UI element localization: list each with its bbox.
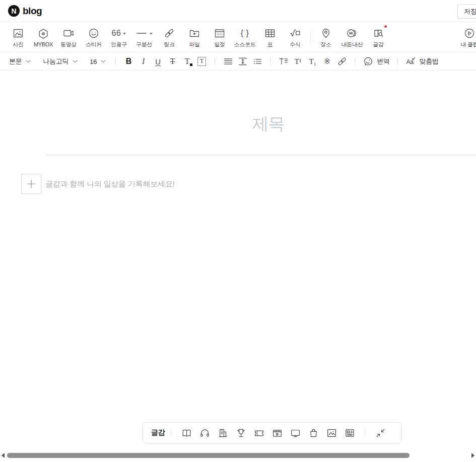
topic-trophy-button[interactable] xyxy=(232,425,250,440)
trophy-icon xyxy=(235,427,247,439)
format-divider xyxy=(355,58,355,65)
movie-icon xyxy=(271,427,283,439)
font-family-select[interactable]: 나눔고딕 xyxy=(43,57,78,66)
company-icon xyxy=(217,427,229,439)
translate-button[interactable]: 번역 xyxy=(361,56,391,67)
topic-company-button[interactable] xyxy=(214,425,232,440)
insert-toolbar: 사진MYBOX동영상스티커66인용구구분선링크파일일정{ }소스코드표수식장소내… xyxy=(0,23,476,52)
bold-button[interactable]: B xyxy=(121,54,136,69)
insert-mybox-button[interactable]: MYBOX xyxy=(31,27,56,47)
scrollbar-right-arrow[interactable] xyxy=(471,453,474,458)
superscript-button[interactable]: T¹ xyxy=(291,54,305,69)
topic-bar-label[interactable]: 글감 xyxy=(151,428,165,437)
strikethrough-button[interactable]: T xyxy=(165,54,180,69)
collapse-icon xyxy=(375,427,386,439)
subscript-button[interactable]: T₁ xyxy=(305,54,320,69)
line-height-button[interactable] xyxy=(235,54,250,69)
format-divider xyxy=(115,58,116,65)
insert-photo-button[interactable]: 사진 xyxy=(6,27,31,48)
spellcheck-icon xyxy=(405,56,417,67)
photo-icon xyxy=(12,27,24,39)
italic-button[interactable]: I xyxy=(136,54,151,69)
mymoney-icon xyxy=(346,27,358,39)
insert-video-button[interactable]: 동영상 xyxy=(56,27,81,48)
link-button[interactable] xyxy=(334,54,349,69)
insert-formula-button[interactable]: 수식 xyxy=(283,27,308,48)
table-icon xyxy=(264,27,276,39)
italic-icon: I xyxy=(142,57,145,65)
image-icon xyxy=(326,427,337,439)
file-icon xyxy=(188,27,200,39)
sticker-icon xyxy=(88,27,100,39)
translate-icon xyxy=(363,56,374,67)
blog-logo-text[interactable]: blog xyxy=(23,6,42,17)
ticket-icon xyxy=(253,427,265,439)
topic-movie-button[interactable] xyxy=(268,425,286,440)
align-button[interactable] xyxy=(221,54,235,69)
topic-bar-divider xyxy=(171,429,171,437)
insert-topic-button[interactable]: 글감 xyxy=(366,27,391,48)
insert-file-button[interactable]: 파일 xyxy=(182,27,207,48)
title-area[interactable]: 제목 xyxy=(45,113,476,136)
strikethrough-icon: T xyxy=(170,57,175,65)
schedule-icon xyxy=(214,27,226,39)
list-button[interactable] xyxy=(250,54,264,69)
insert-quote-button[interactable]: 66인용구 xyxy=(106,27,131,48)
topic-shopping-button[interactable] xyxy=(304,425,322,440)
chevron-down-icon xyxy=(26,60,31,63)
music-icon xyxy=(199,427,211,439)
new-badge xyxy=(384,25,387,28)
topic-ticket-button[interactable] xyxy=(250,425,268,440)
add-content-button[interactable] xyxy=(21,174,41,194)
top-header: N blog 저장 xyxy=(0,0,476,22)
format-toolbar: 본문나눔고딕16BIUTTTT¹T₁※번역맞춤법 xyxy=(0,53,476,71)
hr-icon xyxy=(135,27,148,39)
topic-icon xyxy=(372,27,384,39)
naver-logo-icon[interactable]: N xyxy=(8,5,20,17)
plus-icon xyxy=(27,179,36,188)
topic-book-button[interactable] xyxy=(177,425,195,440)
insert-place-button[interactable]: 장소 xyxy=(313,27,338,48)
body-placeholder[interactable]: 글감과 함께 나의 일상을 기록해보세요! xyxy=(45,179,175,189)
font-size-select[interactable]: 16 xyxy=(90,58,106,65)
topic-music-button[interactable] xyxy=(195,425,214,440)
topic-bar-divider xyxy=(365,429,365,437)
spellcheck-button[interactable]: 맞춤법 xyxy=(403,56,441,67)
chevron-down-icon xyxy=(101,60,106,63)
save-button-label: 저장 xyxy=(464,7,476,16)
chevron-down-icon xyxy=(73,60,78,63)
insert-schedule-button[interactable]: 일정 xyxy=(207,27,232,48)
topic-image-button[interactable] xyxy=(322,425,341,440)
topic-news-button[interactable] xyxy=(341,425,359,440)
paragraph-spacing-button[interactable] xyxy=(276,54,291,69)
scrollbar-thumb[interactable] xyxy=(7,453,410,458)
align-icon xyxy=(223,56,234,67)
subscript-icon: T₁ xyxy=(309,58,316,65)
insert-sticker-button[interactable]: 스티커 xyxy=(81,27,106,48)
special-char-icon: ※ xyxy=(324,58,330,65)
save-button[interactable]: 저장 xyxy=(457,4,476,19)
video-icon xyxy=(62,27,75,39)
book-icon xyxy=(181,427,192,439)
insert-myclip-button[interactable]: 내 클립 xyxy=(456,27,476,48)
insert-mymoney-button[interactable]: 내돈내산 xyxy=(338,27,366,48)
underline-button[interactable]: U xyxy=(151,54,165,69)
topic-bar-collapse-button[interactable] xyxy=(371,425,389,440)
special-char-button[interactable]: ※ xyxy=(320,54,334,69)
insert-code-button[interactable]: { }소스코드 xyxy=(232,27,257,48)
background-color-button[interactable]: T xyxy=(194,54,209,69)
news-icon xyxy=(344,427,356,439)
paragraph-style-select[interactable]: 본문 xyxy=(9,57,31,66)
superscript-icon: T¹ xyxy=(295,58,302,65)
caret-down-icon xyxy=(150,33,153,35)
font-color-button[interactable]: T xyxy=(180,54,194,69)
mybox-icon xyxy=(37,28,49,40)
topic-tv-button[interactable] xyxy=(286,425,304,440)
title-divider xyxy=(45,155,476,155)
insert-table-button[interactable]: 표 xyxy=(257,27,283,48)
toolbar-divider xyxy=(310,31,311,43)
insert-link-button[interactable]: 링크 xyxy=(157,27,182,48)
insert-hr-button[interactable]: 구분선 xyxy=(131,27,157,48)
format-divider xyxy=(215,58,215,65)
scrollbar-left-arrow[interactable] xyxy=(2,453,5,458)
